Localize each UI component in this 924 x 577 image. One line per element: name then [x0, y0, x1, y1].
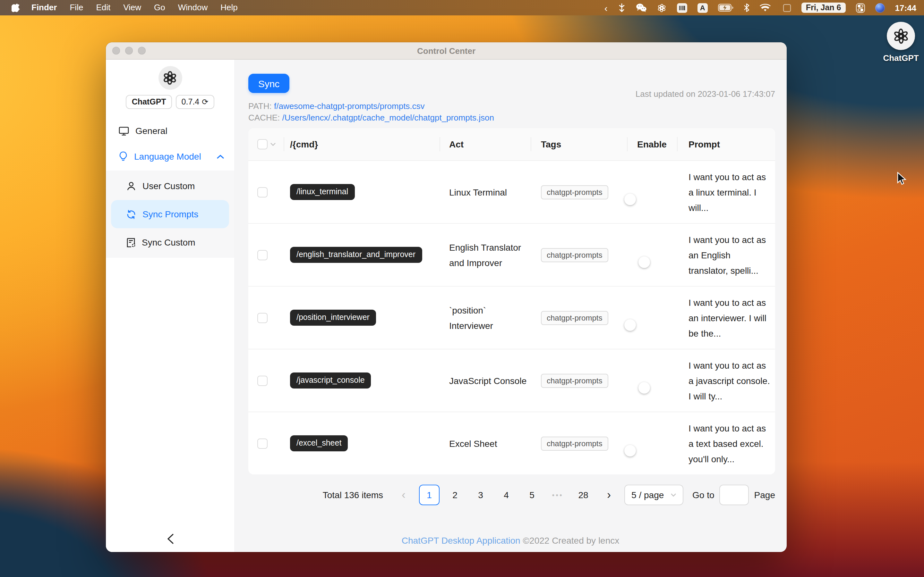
footer-app-link[interactable]: ChatGPT Desktop Application — [402, 535, 520, 546]
prev-page-button[interactable]: ‹ — [393, 485, 414, 505]
branch-down-icon[interactable] — [613, 0, 631, 15]
input-source-icon[interactable]: A — [692, 0, 713, 15]
row-checkbox[interactable] — [257, 313, 268, 323]
menu-item-help[interactable]: Help — [214, 0, 244, 15]
monitor-icon — [119, 126, 129, 135]
wifi-icon[interactable] — [754, 0, 776, 15]
table-row: /javascript_console JavaScript Console c… — [248, 349, 775, 412]
document-sync-icon — [126, 237, 136, 247]
collapse-sidebar-button[interactable] — [106, 533, 234, 544]
menu-bar-status: ‹ A — [599, 0, 924, 15]
cache-label: CACHE: — [248, 113, 280, 122]
bluetooth-icon[interactable] — [738, 0, 754, 15]
control-center-window: Control Center ChatGPT 0.7.4⟳ G — [106, 42, 787, 552]
prompt-text: I want you to act as an interviewer. I w… — [688, 297, 766, 338]
battery-icon[interactable] — [713, 0, 738, 15]
act-text: `position` Interviewer — [449, 305, 493, 330]
row-checkbox[interactable] — [257, 376, 268, 386]
refresh-icon: ⟳ — [202, 97, 208, 106]
chatgpt-app-icon — [887, 22, 915, 50]
page-button-1[interactable]: 1 — [419, 485, 439, 505]
sidebar-item-general[interactable]: General — [106, 118, 234, 143]
cmd-tag: /position_interviewer — [290, 309, 376, 326]
menu-bar-date[interactable]: Fri, Jan 6 — [796, 0, 851, 15]
goto-page-input[interactable] — [720, 485, 749, 505]
version-badge[interactable]: 0.7.4⟳ — [176, 95, 214, 109]
sidebar-item-label: Language Model — [134, 151, 201, 161]
barcode-icon[interactable] — [672, 0, 692, 15]
apple-logo-icon — [11, 3, 20, 13]
menu-item-file[interactable]: File — [63, 0, 89, 15]
sidebar-item-label: User Custom — [142, 181, 195, 191]
prompts-table: /{cmd} Act Tags Enable Prompt /linux_ter… — [248, 128, 775, 474]
page-button-2[interactable]: 2 — [445, 485, 465, 505]
page-size-value: 5 / page — [632, 490, 664, 500]
tag-pill: chatgpt-prompts — [541, 311, 608, 325]
apple-menu[interactable] — [8, 3, 25, 13]
page-button-3[interactable]: 3 — [470, 485, 491, 505]
menu-bar-clock[interactable]: 17:44 — [890, 3, 917, 13]
control-center-icon[interactable] — [851, 0, 870, 15]
sync-button[interactable]: Sync — [248, 74, 289, 93]
desktop-icon-label: ChatGPT — [883, 53, 919, 63]
main-panel: Sync PATH: f/awesome-chatgpt-prompts/pro… — [234, 60, 787, 552]
window-titlebar[interactable]: Control Center — [106, 42, 787, 60]
avatar — [158, 66, 182, 90]
select-menu-chevron-icon[interactable] — [270, 142, 276, 146]
page-button-4[interactable]: 4 — [496, 485, 517, 505]
page-label: Page — [754, 490, 775, 500]
desktop-chatgpt-shortcut[interactable]: ChatGPT — [878, 22, 924, 63]
select-all-checkbox[interactable] — [257, 139, 268, 149]
path-label: PATH: — [248, 101, 272, 111]
column-header-act: Act — [439, 128, 531, 160]
chevron-up-icon[interactable] — [217, 154, 224, 159]
sync-icon — [126, 210, 136, 219]
row-checkbox[interactable] — [257, 438, 268, 448]
column-header-tags: Tags — [531, 128, 627, 160]
sidebar-item-user-custom[interactable]: User Custom — [106, 172, 234, 200]
page-button-5[interactable]: 5 — [522, 485, 542, 505]
siri-globe-icon[interactable] — [870, 0, 890, 15]
sidebar: ChatGPT 0.7.4⟳ General Language Model — [106, 60, 234, 552]
menu-item-window[interactable]: Window — [172, 0, 214, 15]
column-header-cmd: /{cmd} — [284, 128, 439, 160]
cache-link[interactable]: /Users/lencx/.chatgpt/cache_model/chatgp… — [282, 113, 494, 122]
page-size-select[interactable]: 5 / page — [624, 485, 683, 505]
table-row: /excel_sheet Excel Sheet chatgpt-prompts… — [248, 412, 775, 474]
column-header-prompt: Prompt — [677, 128, 775, 160]
menu-item-finder[interactable]: Finder — [25, 0, 63, 15]
mouse-cursor — [897, 172, 907, 186]
table-row: /linux_terminal Linux Terminal chatgpt-p… — [248, 160, 775, 223]
tag-pill: chatgpt-prompts — [541, 436, 608, 450]
sidebar-item-sync-custom[interactable]: Sync Custom — [106, 228, 234, 256]
lightbulb-icon — [119, 151, 128, 161]
chevron-down-icon — [670, 493, 676, 497]
menu-item-view[interactable]: View — [117, 0, 148, 15]
user-icon — [126, 181, 136, 191]
act-text: JavaScript Console — [449, 376, 527, 386]
total-items-text: Total 136 items — [323, 490, 383, 500]
chatgpt-status-icon[interactable] — [652, 0, 672, 15]
next-page-button[interactable]: › — [599, 485, 619, 505]
jump-pages-ellipsis[interactable]: ••• — [548, 485, 568, 505]
wechat-icon[interactable] — [631, 0, 652, 15]
act-text: English Translator and Improver — [449, 242, 521, 268]
sidebar-item-language-model[interactable]: Language Model — [106, 143, 234, 169]
cmd-tag: /javascript_console — [290, 372, 371, 388]
display-mirroring-icon[interactable] — [776, 0, 796, 15]
row-checkbox[interactable] — [257, 250, 268, 260]
act-text: Linux Terminal — [449, 187, 507, 197]
row-checkbox[interactable] — [257, 187, 268, 197]
path-link[interactable]: f/awesome-chatgpt-prompts/prompts.csv — [274, 101, 425, 111]
sidebar-item-sync-prompts[interactable]: Sync Prompts — [111, 200, 229, 228]
act-text: Excel Sheet — [449, 438, 497, 448]
tag-pill: chatgpt-prompts — [541, 248, 608, 262]
back-chevron-icon[interactable]: ‹ — [599, 0, 613, 15]
menu-item-edit[interactable]: Edit — [89, 0, 117, 15]
path-line: PATH: f/awesome-chatgpt-prompts/prompts.… — [248, 101, 775, 111]
footer-copyright: ©2022 Created by lencx — [523, 535, 619, 546]
menu-item-go[interactable]: Go — [148, 0, 172, 15]
page-button-28[interactable]: 28 — [573, 485, 594, 505]
prompt-text: I want you to act as a javascript consol… — [688, 360, 770, 401]
chevron-left-icon — [166, 533, 174, 544]
